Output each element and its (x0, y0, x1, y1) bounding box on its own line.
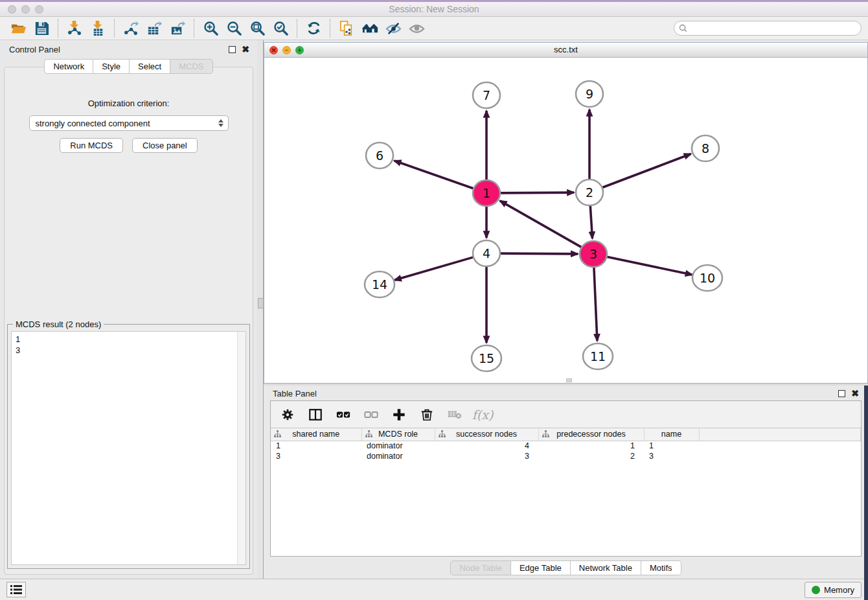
delete-table-icon[interactable] (446, 406, 464, 424)
edge-4-3[interactable] (500, 253, 578, 254)
close-view-button[interactable]: ✕ (269, 46, 278, 54)
refresh-icon[interactable] (302, 19, 325, 38)
edge-3-11[interactable] (594, 268, 597, 341)
tab-style[interactable]: Style (93, 59, 130, 74)
open-file-icon[interactable] (6, 19, 30, 38)
network-canvas[interactable]: 7968124314101511 (264, 58, 867, 383)
gear-icon[interactable] (279, 406, 297, 424)
criterion-dropdown[interactable]: strongly connected component (29, 115, 229, 131)
table-cell[interactable]: 3 (435, 451, 538, 461)
zoom-fit-icon[interactable] (246, 19, 269, 38)
control-panel-header: Control Panel ✖ (0, 43, 257, 56)
column-header-shared-name[interactable]: shared name (271, 428, 361, 441)
table-panel-header: Table Panel ✖ (270, 387, 862, 400)
window-titlebar: Session: New Session (0, 0, 868, 17)
task-history-button[interactable] (6, 582, 26, 597)
table-cell[interactable]: 1 (644, 441, 699, 451)
optimization-criterion-label: Optimization criterion: (5, 98, 253, 108)
table-header-row[interactable]: shared nameMCDS rolesuccessor nodesprede… (271, 428, 861, 441)
add-column-icon[interactable] (390, 406, 408, 424)
column-header-MCDS-role[interactable]: MCDS role (361, 428, 435, 441)
maximize-window-button[interactable] (35, 5, 43, 14)
result-line: 1 (16, 334, 233, 345)
select-all-checkboxes-icon[interactable] (334, 406, 352, 424)
mcds-result-box: MCDS result (2 nodes) 1 3 (7, 324, 250, 569)
application-window: Session: New Session Control (0, 0, 868, 600)
import-table-icon[interactable] (86, 19, 109, 38)
float-table-panel-icon[interactable] (838, 390, 845, 397)
clone-network-icon[interactable] (335, 19, 358, 38)
import-network-icon[interactable] (63, 19, 86, 38)
horizontal-splitter[interactable] (264, 384, 868, 386)
zoom-selected-icon[interactable] (269, 19, 292, 38)
zoom-in-icon[interactable] (199, 19, 222, 38)
close-window-button[interactable] (8, 5, 16, 14)
split-view-icon[interactable] (306, 406, 325, 424)
export-image-icon[interactable] (166, 19, 189, 38)
tab-mcds[interactable]: MCDS (170, 59, 212, 74)
hide-graphics-details-icon[interactable] (382, 19, 405, 38)
window-title: Session: New Session (0, 0, 868, 18)
close-panel-icon[interactable]: ✖ (242, 46, 249, 53)
home-icon[interactable] (358, 19, 382, 38)
table-cell[interactable]: 2 (538, 451, 644, 461)
workspace-column: ✕ − + scc.txt 7968124314101511 Table Pan… (264, 40, 868, 579)
export-network-icon[interactable] (119, 19, 143, 38)
edge-3-10[interactable] (607, 257, 692, 275)
table-cell[interactable]: 3 (271, 451, 361, 461)
float-panel-icon[interactable] (229, 46, 236, 53)
search-box[interactable] (674, 21, 862, 36)
delete-column-icon[interactable] (418, 406, 436, 424)
minimize-view-button[interactable]: − (282, 46, 291, 54)
tab-select[interactable]: Select (130, 59, 170, 74)
table-cell[interactable]: dominator (361, 451, 435, 461)
vertical-splitter[interactable] (257, 40, 264, 579)
memory-label: Memory (824, 585, 854, 595)
table-cell[interactable]: dominator (361, 441, 435, 451)
result-scrollbar[interactable] (237, 332, 246, 564)
tab-edge-table[interactable]: Edge Table (511, 560, 571, 575)
close-table-panel-icon[interactable]: ✖ (851, 390, 859, 397)
table-panel: Table Panel ✖ f(x) (264, 386, 868, 579)
deselect-all-checkboxes-icon[interactable] (362, 406, 380, 424)
node-table[interactable]: shared nameMCDS rolesuccessor nodesprede… (271, 428, 861, 461)
tab-network-table[interactable]: Network Table (571, 560, 641, 575)
run-mcds-button[interactable]: Run MCDS (60, 138, 123, 153)
canvas-scroll-grip[interactable] (566, 378, 572, 382)
save-session-icon[interactable] (30, 19, 53, 38)
table-cell[interactable]: 1 (271, 441, 361, 451)
titlebar-accent (0, 0, 868, 2)
tab-node-table[interactable]: Node Table (450, 560, 511, 575)
close-panel-button[interactable]: Close panel (132, 138, 198, 153)
table-row[interactable]: 1dominator411 (271, 441, 861, 451)
edge-1-2[interactable] (500, 192, 574, 193)
table-row[interactable]: 3dominator323 (271, 451, 861, 461)
graph-node-label: 8 (702, 141, 709, 156)
memory-status-icon (812, 586, 820, 594)
network-graph[interactable]: 7968124314101511 (264, 58, 867, 382)
mcds-result-text: 1 3 (12, 332, 237, 564)
edge-4-14[interactable] (394, 257, 474, 280)
export-table-icon[interactable] (143, 19, 166, 38)
table-cell[interactable]: 4 (435, 441, 538, 451)
search-input[interactable] (691, 23, 856, 33)
mcds-result-title: MCDS result (2 nodes) (13, 319, 104, 329)
column-header-name[interactable]: name (644, 428, 699, 441)
zoom-out-icon[interactable] (222, 19, 246, 38)
memory-button[interactable]: Memory (805, 582, 862, 598)
edge-1-6[interactable] (394, 161, 474, 189)
tab-network[interactable]: Network (44, 59, 93, 74)
table-cell[interactable]: 1 (538, 441, 644, 451)
edge-2-3[interactable] (590, 206, 592, 238)
graph-node-label: 14 (372, 277, 387, 292)
column-header-successor-nodes[interactable]: successor nodes (435, 428, 538, 441)
minimize-window-button[interactable] (21, 5, 30, 14)
column-header-predecessor-nodes[interactable]: predecessor nodes (538, 428, 644, 441)
tab-motifs[interactable]: Motifs (641, 560, 681, 575)
splitter-grip[interactable] (258, 298, 264, 308)
table-cell[interactable]: 3 (644, 451, 699, 461)
show-graphics-details-icon[interactable] (405, 19, 428, 38)
edge-2-8[interactable] (602, 154, 691, 188)
maximize-view-button[interactable]: + (295, 46, 304, 54)
edge-3-1[interactable] (500, 201, 582, 248)
